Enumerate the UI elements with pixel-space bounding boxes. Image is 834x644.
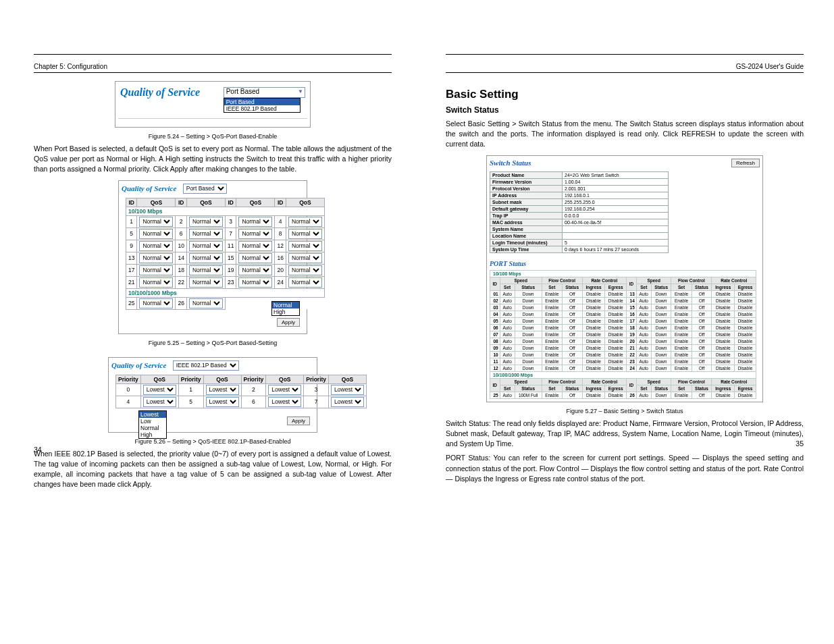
section-heading: Basic Setting bbox=[446, 88, 804, 101]
left-page: Chapter 5: Configuration Quality of Serv… bbox=[34, 54, 392, 494]
qos-pri-3[interactable]: Lowest bbox=[331, 385, 364, 395]
qos-port-table: IDQoSIDQoSIDQoSIDQoS10/100 Mbps1Normal2N… bbox=[126, 198, 325, 310]
port-status-table: 10/100 MbpsIDSpeedFlow ControlRate Contr… bbox=[490, 270, 756, 399]
qos-port-26[interactable]: Normal bbox=[189, 298, 223, 308]
qos-pri-2[interactable]: Lowest bbox=[268, 385, 301, 395]
qos-pri-6[interactable]: Lowest bbox=[268, 397, 301, 407]
qos-port-25[interactable]: Normal bbox=[139, 298, 173, 308]
qos-mode-select[interactable]: Port Based bbox=[183, 184, 227, 194]
fig-caption: Figure 5.24 – Setting > QoS-Port Based-E… bbox=[34, 133, 392, 140]
guide-title: GS-2024 User's Guide bbox=[736, 63, 804, 70]
body-text: When IEEE 802.1P Based is selected, the … bbox=[34, 449, 392, 490]
qos-port-15[interactable]: Normal bbox=[238, 253, 272, 263]
qos-title: Quality of Service bbox=[122, 184, 176, 192]
qos-mode-select[interactable]: Port Based ▼ bbox=[224, 87, 305, 98]
qos-pri-0[interactable]: Lowest bbox=[143, 385, 176, 395]
page-number: 34 bbox=[34, 446, 42, 454]
fig-caption: Figure 5.26 – Setting > QoS-IEEE 802.1P-… bbox=[34, 438, 392, 445]
qos-ieee-screenshot: Quality of Service IEEE 802.1P Based Pri… bbox=[108, 357, 317, 433]
page-number: 35 bbox=[796, 439, 804, 448]
apply-button[interactable]: Apply bbox=[277, 318, 300, 327]
qos-port-19[interactable]: Normal bbox=[238, 265, 272, 275]
qos-port-11[interactable]: Normal bbox=[238, 241, 272, 251]
qos-pri-4[interactable]: Lowest bbox=[143, 397, 176, 407]
qos-title: Quality of Service bbox=[120, 86, 200, 98]
chevron-down-icon: ▼ bbox=[298, 88, 303, 95]
qos-port-3[interactable]: Normal bbox=[238, 217, 272, 227]
qos-port-23[interactable]: Normal bbox=[238, 277, 272, 288]
qos-port-screenshot: Quality of Service Port Based IDQoSIDQoS… bbox=[118, 180, 307, 334]
right-page: GS-2024 User's Guide Basic Setting Switc… bbox=[446, 54, 804, 488]
header-rule: GS-2024 User's Guide bbox=[446, 54, 804, 73]
fig-caption: Figure 5.27 – Basic Setting > Switch Sta… bbox=[446, 408, 804, 414]
option-ieee-based[interactable]: IEEE 802.1P Based bbox=[224, 105, 300, 112]
qos-mode-options[interactable]: Port Based IEEE 802.1P Based bbox=[224, 98, 301, 113]
qos-port-16[interactable]: Normal bbox=[288, 253, 322, 263]
option-normal[interactable]: Normal bbox=[272, 302, 299, 308]
qos-ieee-options[interactable]: Lowest Low Normal High bbox=[138, 410, 167, 439]
body-text: Select Basic Setting > Switch Status fro… bbox=[446, 119, 804, 150]
header-rule: Chapter 5: Configuration bbox=[34, 54, 392, 73]
qos-port-7[interactable]: Normal bbox=[238, 229, 272, 239]
subsection-heading: Switch Status bbox=[446, 105, 804, 115]
option-port-based[interactable]: Port Based bbox=[224, 99, 300, 105]
qos-port-12[interactable]: Normal bbox=[288, 241, 322, 251]
apply-button[interactable]: Apply bbox=[287, 417, 310, 425]
qos-port-21[interactable]: Normal bbox=[139, 277, 173, 288]
qos-port-14[interactable]: Normal bbox=[189, 253, 223, 263]
switch-info-table: Product Name24+2G Web Smart SwitchFirmwa… bbox=[490, 171, 669, 253]
qos-port-9[interactable]: Normal bbox=[139, 241, 173, 251]
option-high[interactable]: High bbox=[272, 308, 299, 315]
qos-value-options[interactable]: Normal High bbox=[271, 301, 300, 316]
qos-mode-select[interactable]: IEEE 802.1P Based bbox=[173, 360, 239, 371]
qos-port-6[interactable]: Normal bbox=[189, 229, 223, 239]
qos-pri-1[interactable]: Lowest bbox=[206, 385, 239, 395]
qos-mode-value: Port Based bbox=[226, 88, 259, 95]
switch-status-title: Switch Status bbox=[490, 159, 531, 167]
port-status-title: PORT Status bbox=[490, 260, 760, 267]
qos-port-17[interactable]: Normal bbox=[139, 265, 173, 275]
qos-pri-5[interactable]: Lowest bbox=[206, 397, 239, 407]
option-low[interactable]: Low bbox=[139, 418, 166, 425]
body-text: PORT Status: You can refer to the screen… bbox=[446, 453, 804, 484]
qos-port-13[interactable]: Normal bbox=[139, 253, 173, 263]
qos-port-22[interactable]: Normal bbox=[189, 277, 223, 288]
switch-status-screenshot: Switch Status Refresh Product Name24+2G … bbox=[486, 155, 763, 402]
qos-port-8[interactable]: Normal bbox=[288, 229, 322, 239]
qos-ieee-table: PriorityQoSPriorityQoSPriorityQoSPriorit… bbox=[115, 375, 367, 408]
qos-port-1[interactable]: Normal bbox=[139, 217, 173, 227]
qos-top-screenshot: Quality of Service Port Based ▼ Port Bas… bbox=[115, 81, 311, 128]
qos-port-24[interactable]: Normal bbox=[288, 277, 322, 288]
chapter-label: Chapter 5: Configuration bbox=[34, 63, 107, 70]
qos-port-4[interactable]: Normal bbox=[288, 217, 322, 227]
qos-pri-7[interactable]: Lowest bbox=[331, 397, 364, 407]
option-lowest[interactable]: Lowest bbox=[139, 411, 166, 418]
option-normal[interactable]: Normal bbox=[139, 425, 166, 431]
qos-port-18[interactable]: Normal bbox=[189, 265, 223, 275]
refresh-button[interactable]: Refresh bbox=[731, 159, 760, 167]
body-text: Switch Status: The read only fields disp… bbox=[446, 419, 804, 450]
fig-caption: Figure 5.25 – Setting > QoS-Port Based-S… bbox=[34, 340, 392, 346]
option-high[interactable]: High bbox=[139, 431, 166, 438]
qos-port-2[interactable]: Normal bbox=[189, 217, 223, 227]
body-text: When Port Based is selected, a default Q… bbox=[34, 144, 392, 175]
qos-port-5[interactable]: Normal bbox=[139, 229, 173, 239]
qos-port-20[interactable]: Normal bbox=[288, 265, 322, 275]
qos-title: Quality of Service bbox=[111, 360, 166, 369]
qos-port-10[interactable]: Normal bbox=[189, 241, 223, 251]
